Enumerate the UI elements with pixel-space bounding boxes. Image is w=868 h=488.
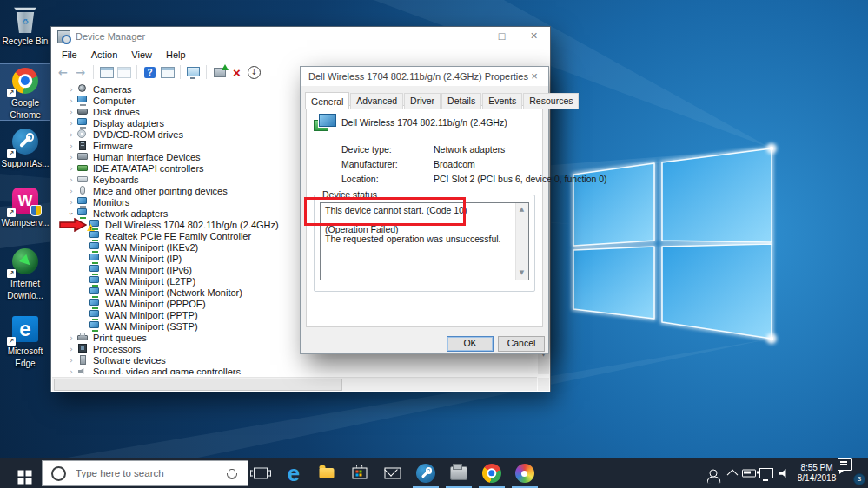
field-row: Location:PCI Slot 2 (PCI bus 6, device 0…: [341, 174, 379, 184]
taskbar-paint-button[interactable]: [509, 458, 540, 488]
tray-people-button[interactable]: [702, 458, 725, 488]
network-display-icon: [759, 468, 773, 478]
start-button[interactable]: [0, 458, 42, 488]
tree-item-label: WAN Miniport (IKEv2): [105, 242, 198, 253]
tree-item-label: Firmware: [93, 141, 133, 151]
cancel-button[interactable]: Cancel: [498, 336, 545, 352]
chevron-right-icon[interactable]: ›: [66, 84, 76, 95]
shortcut-arrow-icon: ↗: [7, 337, 16, 346]
toolbar-separator: [206, 65, 207, 79]
desktop-icon-google-chrome[interactable]: ↗GoogleChrome: [0, 64, 50, 120]
taskbar-file-explorer-button[interactable]: [311, 458, 342, 488]
toolbar-disable-device-icon[interactable]: ↓: [247, 65, 262, 80]
menu-item-file[interactable]: File: [55, 48, 84, 62]
dialog-close-icon[interactable]: ×: [520, 67, 548, 86]
taskbar-supportassist-button[interactable]: [410, 458, 441, 488]
maximize-button[interactable]: □: [486, 27, 518, 46]
tab-details[interactable]: Details: [441, 93, 481, 109]
close-button[interactable]: ×: [518, 27, 550, 46]
tab-resources[interactable]: Resources: [523, 93, 579, 109]
tab-general[interactable]: General: [305, 92, 349, 109]
desktop-icon-wampserver[interactable]: W↗Wampserv...: [0, 184, 50, 228]
desktop-icon-internet-download-manager[interactable]: ↗InternetDownlo...: [0, 245, 50, 300]
taskbar: e 8:55 PM 8/14/2018 3: [0, 458, 868, 488]
windows-logo-icon: [18, 471, 24, 477]
status-scrollbar[interactable]: ▲ ▼: [515, 203, 528, 280]
chevron-right-icon[interactable]: ›: [66, 344, 76, 354]
desktop-icon-recycle-bin[interactable]: ♻Recycle Bin: [0, 3, 50, 46]
chevron-right-icon[interactable]: ›: [66, 141, 76, 151]
chevron-right-icon[interactable]: ›: [66, 129, 76, 140]
desktop-icon-label: Downlo...: [0, 291, 50, 300]
tray-battery-button[interactable]: [740, 458, 758, 488]
task-view-icon: [254, 468, 268, 479]
tray-volume-button[interactable]: [775, 458, 792, 488]
chevron-right-icon[interactable]: ›: [66, 96, 76, 106]
menu-item-view[interactable]: View: [124, 48, 159, 62]
tray-chevron-up-button[interactable]: [725, 458, 740, 488]
toolbar-separator: [136, 65, 137, 79]
chevron-right-icon[interactable]: ›: [66, 175, 76, 185]
scroll-up-icon[interactable]: ▲: [516, 204, 527, 215]
tree-item[interactable]: ›Software devices: [52, 354, 537, 366]
toolbar-help-icon[interactable]: ?: [142, 65, 157, 80]
chevron-down-icon[interactable]: ›: [66, 208, 76, 219]
chevron-right-icon[interactable]: ›: [66, 163, 76, 174]
taskbar-mail-button[interactable]: [377, 458, 408, 488]
chevron-right-icon[interactable]: ›: [66, 118, 76, 129]
cortana-icon: [51, 466, 66, 481]
netadapter-icon: [89, 242, 101, 252]
taskbar-clock[interactable]: 8:55 PM 8/14/2018: [794, 458, 839, 488]
tree-item-label: Human Interface Devices: [93, 152, 201, 162]
chevron-right-icon[interactable]: ›: [66, 355, 76, 366]
toolbar-uninstall-device-icon[interactable]: ×: [229, 65, 244, 80]
minimize-button[interactable]: –: [454, 27, 486, 46]
firmware-icon: [77, 141, 89, 150]
search-input[interactable]: [74, 467, 229, 479]
menu-item-action[interactable]: Action: [84, 48, 125, 62]
toolbar-separator: [93, 65, 94, 79]
field-label: Device type:: [341, 144, 392, 155]
tray-network-display-button[interactable]: [758, 458, 775, 488]
annotation-arrow: [59, 218, 87, 232]
taskbar-edge-button[interactable]: e: [278, 458, 309, 488]
microphone-icon[interactable]: [229, 469, 235, 478]
tree-item[interactable]: ›Sound, video and game controllers: [52, 366, 537, 374]
toolbar-forward-icon[interactable]: →: [73, 65, 88, 80]
device-manager-titlebar[interactable]: Device Manager – □ ×: [51, 27, 550, 46]
taskbar-store-button[interactable]: [344, 458, 375, 488]
action-center-button[interactable]: 3: [838, 458, 867, 488]
toolbar-scan-hardware-icon[interactable]: [186, 65, 201, 80]
netadapter-icon: [89, 310, 101, 320]
toolbar-console-window-icon[interactable]: [99, 65, 114, 80]
taskbar-device-tool-button[interactable]: [443, 458, 474, 488]
tab-advanced[interactable]: Advanced: [350, 93, 403, 109]
tab-events[interactable]: Events: [482, 93, 522, 109]
ok-button[interactable]: OK: [447, 336, 494, 352]
dialog-tabs: GeneralAdvancedDriverDetailsEventsResour…: [305, 91, 580, 109]
chevron-right-icon[interactable]: ›: [66, 186, 76, 196]
toolbar-update-driver-icon[interactable]: [212, 65, 227, 80]
chevron-right-icon[interactable]: ›: [66, 107, 76, 117]
desktop-icon-microsoft-edge[interactable]: e↗MicrosoftEdge: [0, 313, 50, 368]
menu-item-help[interactable]: Help: [159, 48, 193, 62]
taskbar-search[interactable]: [42, 460, 248, 486]
toolbar-properties-icon[interactable]: [160, 65, 175, 80]
chevron-right-icon[interactable]: ›: [66, 366, 76, 375]
horizontal-scrollbar[interactable]: [52, 377, 537, 391]
tree-item-label: Cameras: [93, 84, 132, 95]
chevron-right-icon[interactable]: ›: [66, 333, 76, 343]
print-icon: [77, 333, 89, 342]
scroll-down-icon[interactable]: ▼: [516, 267, 527, 279]
toolbar-back-icon[interactable]: ←: [56, 65, 70, 80]
netadapter-icon: [89, 231, 101, 241]
chevron-right-icon[interactable]: ›: [66, 152, 76, 162]
taskbar-chrome-button[interactable]: [476, 458, 507, 488]
desktop-icon-supportassist[interactable]: ↗SupportAs...: [0, 125, 50, 168]
dialog-titlebar[interactable]: Dell Wireless 1704 802.11b/g/n (2.4GHz) …: [301, 67, 548, 86]
toolbar-export-list-icon[interactable]: [116, 65, 131, 80]
scrollbar-thumb[interactable]: [54, 379, 342, 391]
tab-driver[interactable]: Driver: [404, 93, 441, 109]
chevron-right-icon[interactable]: ›: [66, 197, 76, 208]
taskbar-task-view-button[interactable]: [245, 458, 276, 488]
